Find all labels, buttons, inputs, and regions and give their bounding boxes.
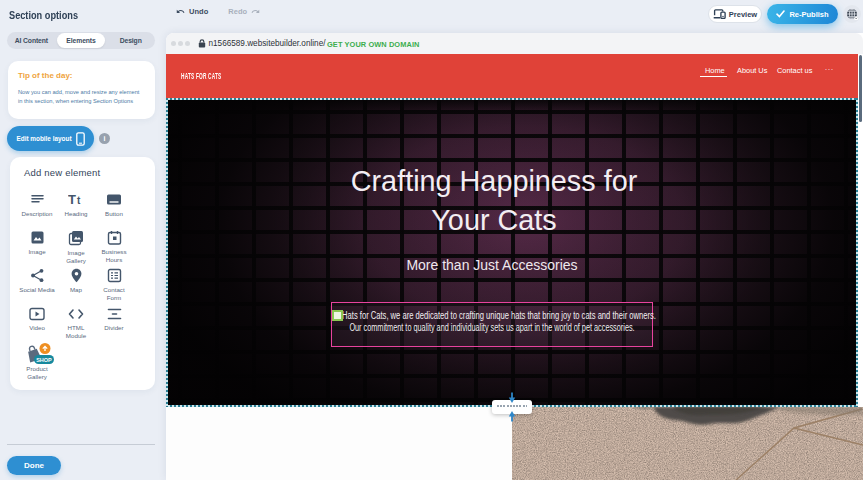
svg-text:t: t — [77, 195, 81, 206]
svg-text:SHOP: SHOP — [36, 357, 52, 363]
svg-text:T: T — [68, 192, 76, 207]
